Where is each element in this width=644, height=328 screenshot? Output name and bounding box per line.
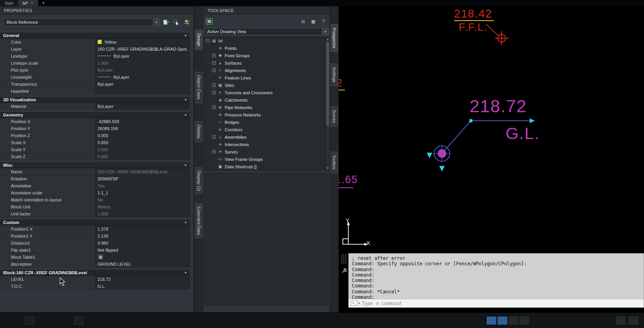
tree-scrollbar[interactable]: ▲ ▼ xyxy=(325,37,330,171)
new-tab-button[interactable]: + xyxy=(39,0,48,6)
property-value[interactable] xyxy=(96,88,190,94)
table-cell-icon[interactable]: ▦ xyxy=(98,254,103,259)
scroll-up-icon[interactable]: ▲ xyxy=(326,37,330,41)
collapse-icon[interactable]: ▾ xyxy=(185,98,186,102)
tree-item[interactable]: ✎Feature Lines xyxy=(204,74,325,81)
palette-tab-display[interactable]: Display xyxy=(195,121,203,142)
property-value[interactable]: 0.550 xyxy=(96,146,190,153)
chevron-down-icon[interactable]: ▾ xyxy=(153,19,160,26)
palette-tab-object-class[interactable]: Object Class xyxy=(195,72,203,103)
collapse-icon[interactable]: ▾ xyxy=(185,34,186,37)
status-icon[interactable] xyxy=(616,317,626,324)
tree-expand-icon[interactable]: − xyxy=(206,39,209,42)
select-objects-button[interactable] xyxy=(172,18,181,26)
section-header[interactable]: Geometry▾ xyxy=(0,111,190,118)
tree-expand-icon[interactable]: + xyxy=(212,106,216,109)
property-value[interactable]: ByLayer xyxy=(96,81,190,87)
tab-start[interactable]: Start xyxy=(0,0,18,6)
property-value[interactable]: Yellow xyxy=(96,39,190,45)
scroll-down-icon[interactable]: ▼ xyxy=(326,166,330,170)
property-value[interactable]: 160 CZR -XREF GRADING$0$Level xyxy=(96,168,190,175)
tree-expand-icon[interactable]: + xyxy=(212,91,216,94)
status-icon[interactable] xyxy=(25,317,34,324)
property-value[interactable]: 1.000 xyxy=(96,60,190,66)
tree-item[interactable]: +≣Pipe Networks xyxy=(204,104,325,111)
tree-expand-icon[interactable]: + xyxy=(212,61,216,65)
property-value[interactable]: ByLayer xyxy=(96,74,190,80)
tree-item[interactable]: +✕Turnouts and Crossovers xyxy=(204,89,325,96)
quick-select-button[interactable] xyxy=(162,18,170,26)
section-header[interactable]: General▾ xyxy=(0,32,190,39)
tree-expand-icon[interactable]: + xyxy=(212,150,216,153)
tab-lvl[interactable]: lvl* ✕ xyxy=(18,0,39,6)
section-header[interactable]: Custom▾ xyxy=(0,219,190,226)
property-value[interactable]: 26089.159 xyxy=(96,125,190,132)
property-value[interactable]: 1.378 xyxy=(96,226,190,232)
property-value[interactable]: ByLayer xyxy=(96,53,190,59)
tree-item[interactable]: ✛Intersections xyxy=(204,141,325,148)
status-icon[interactable] xyxy=(509,317,518,324)
collapse-icon[interactable]: ▾ xyxy=(185,271,186,275)
tree-item[interactable]: +✶Survey xyxy=(204,148,325,155)
tree-item[interactable]: ∩Bridges xyxy=(204,118,325,126)
scrollbar-thumb[interactable] xyxy=(326,42,329,126)
status-icon[interactable] xyxy=(74,317,83,324)
property-value[interactable]: 218.72 xyxy=(96,276,190,282)
object-type-dropdown[interactable]: Block Reference ▾ xyxy=(3,18,160,26)
tree-expand-icon[interactable]: + xyxy=(212,54,216,57)
palette-tab-display-2[interactable]: Display (2) xyxy=(195,167,203,195)
toolspace-titlebar[interactable]: TOOLSPACE xyxy=(204,6,330,15)
toggle-pickadd-button[interactable] xyxy=(183,18,191,26)
tree-item[interactable]: ✛Points xyxy=(204,44,325,52)
tree-item[interactable]: ≋Pressure Networks xyxy=(204,111,325,118)
status-icon[interactable] xyxy=(520,317,529,324)
active-drawing-view-icon[interactable] xyxy=(206,18,213,25)
property-value[interactable]: 1:1_1 xyxy=(96,189,190,196)
collapse-icon[interactable]: ▾ xyxy=(185,163,186,167)
property-value[interactable]: No xyxy=(96,196,190,203)
property-value[interactable]: ByColor xyxy=(96,67,190,73)
tree-item[interactable]: ≡Corridors xyxy=(204,126,325,133)
tree-item[interactable]: +▲Surfaces xyxy=(204,59,325,67)
tree-item[interactable]: +❖Point Groups xyxy=(204,52,325,59)
tree-item[interactable]: ◆Catchments xyxy=(204,96,325,104)
tree-expand-icon[interactable]: + xyxy=(212,135,216,139)
palette-tab-design[interactable]: Design xyxy=(195,30,203,50)
property-value[interactable]: ▦ xyxy=(96,254,190,260)
toolspace-tab-settings[interactable]: Settings xyxy=(330,63,338,86)
property-value[interactable]: 1.000 xyxy=(96,210,190,217)
recent-commands-icon[interactable]: ▾ xyxy=(358,302,360,305)
view-mode-dropdown[interactable]: Active Drawing View ▾ xyxy=(204,28,329,35)
item-view-button[interactable]: ⊟ xyxy=(299,18,307,25)
help-button[interactable]: ? xyxy=(319,18,327,25)
property-value[interactable]: 2.139 xyxy=(96,233,190,239)
tree-item[interactable]: ▭View Frame Groups xyxy=(204,155,325,163)
properties-titlebar[interactable]: PROPERTIES xyxy=(0,6,193,15)
section-header[interactable]: Block:160 CZR -XREF GRADING$0$Level▾ xyxy=(0,269,190,276)
collapse-icon[interactable]: ▾ xyxy=(185,220,186,224)
tree-expand-icon[interactable]: + xyxy=(212,83,216,87)
status-icon[interactable] xyxy=(629,317,638,324)
table-view-button[interactable]: ▦ xyxy=(309,18,317,25)
section-header[interactable]: 3D Visualization▾ xyxy=(0,96,190,103)
tree-item[interactable]: +⊥Assemblies xyxy=(204,133,325,141)
drawing-area[interactable]: 218.42 F.F.L. 218.72 G.L. 2 1.65 Y X ; r… xyxy=(339,6,644,312)
tree-item[interactable]: ▣Data Shortcuts [] xyxy=(204,163,325,170)
collapse-icon[interactable]: ▾ xyxy=(185,113,186,117)
toolspace-tab-prospector[interactable]: Prospector xyxy=(330,24,338,52)
property-value[interactable]: 359d59'58" xyxy=(96,175,190,182)
customize-icon[interactable] xyxy=(341,268,347,274)
property-value[interactable]: G.L. xyxy=(96,283,190,289)
tree-expand-icon[interactable]: + xyxy=(212,69,216,72)
command-input-row[interactable]: >_ ▾ Type a command xyxy=(349,299,644,307)
command-input[interactable]: Type a command xyxy=(362,301,401,306)
property-value[interactable]: 3.960 xyxy=(96,240,190,246)
command-window-grip[interactable] xyxy=(341,254,346,264)
property-value[interactable]: 160 CZR -XREF GRADING$0$LA-GRAD-Spot... xyxy=(96,46,190,52)
chevron-down-icon[interactable]: ▾ xyxy=(322,28,328,35)
property-value[interactable]: ByLayer xyxy=(96,103,190,109)
command-prompt-icon[interactable]: >_ ▾ xyxy=(351,301,360,306)
property-value[interactable]: 0.550 xyxy=(96,153,190,160)
property-value[interactable]: GROUND LEVEL xyxy=(96,261,190,267)
toolspace-tab-toolbox[interactable]: Toolbox xyxy=(330,152,338,173)
